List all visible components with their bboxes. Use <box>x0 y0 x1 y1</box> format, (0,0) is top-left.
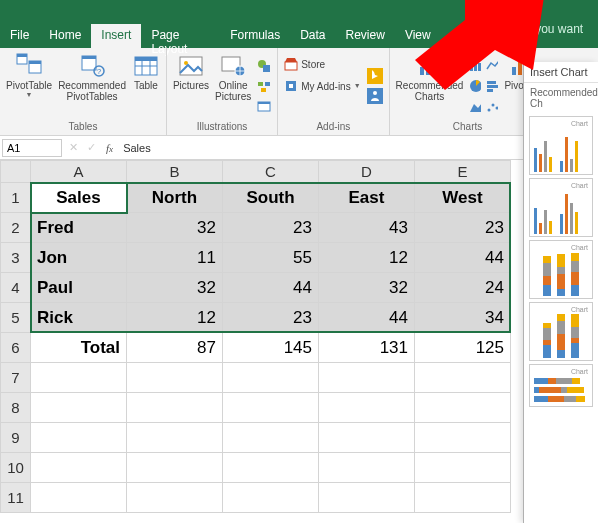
cell-B3[interactable]: 11 <box>127 243 223 273</box>
bing-maps-button[interactable] <box>365 66 385 86</box>
fx-icon[interactable]: fx <box>100 142 119 154</box>
store-button[interactable]: Store <box>282 54 362 74</box>
online-pictures-button[interactable]: Online Pictures <box>213 50 253 121</box>
recommended-charts-button[interactable]: ? Recommended Charts <box>394 50 466 121</box>
row-header-7[interactable]: 7 <box>1 363 31 393</box>
cell-D9[interactable] <box>319 423 415 453</box>
tab-review[interactable]: Review <box>336 24 395 48</box>
cell-A8[interactable] <box>31 393 127 423</box>
table-button[interactable]: Table <box>130 50 162 121</box>
cell-C10[interactable] <box>223 453 319 483</box>
chart-thumb-stacked-column-2[interactable]: Chart <box>529 302 593 361</box>
cell-D4[interactable]: 32 <box>319 273 415 303</box>
cell-D10[interactable] <box>319 453 415 483</box>
pictures-button[interactable]: Pictures <box>171 50 211 121</box>
line-chart-button[interactable] <box>484 55 500 75</box>
chart-thumb-clustered-column-1[interactable]: Chart <box>529 116 593 175</box>
cell-B10[interactable] <box>127 453 223 483</box>
enter-formula-button[interactable]: ✓ <box>82 141 100 154</box>
scatter-chart-button[interactable] <box>484 97 500 117</box>
cell-D6[interactable]: 131 <box>319 333 415 363</box>
cell-E8[interactable] <box>415 393 511 423</box>
cell-D7[interactable] <box>319 363 415 393</box>
grid[interactable]: A B C D E 1 Sales North South East West … <box>0 160 511 513</box>
cell-C1[interactable]: South <box>223 183 319 213</box>
cell-E6[interactable]: 125 <box>415 333 511 363</box>
cell-B4[interactable]: 32 <box>127 273 223 303</box>
cell-D1[interactable]: East <box>319 183 415 213</box>
row-header-8[interactable]: 8 <box>1 393 31 423</box>
cell-B1[interactable]: North <box>127 183 223 213</box>
cell-C3[interactable]: 55 <box>223 243 319 273</box>
chart-thumb-stacked-column[interactable]: Chart <box>529 240 593 299</box>
cell-B5[interactable]: 12 <box>127 303 223 333</box>
cell-A5[interactable]: Rick <box>31 303 127 333</box>
chart-thumb-clustered-column-2[interactable]: Chart <box>529 178 593 237</box>
cell-E9[interactable] <box>415 423 511 453</box>
row-header-10[interactable]: 10 <box>1 453 31 483</box>
col-header-C[interactable]: C <box>223 161 319 183</box>
cell-D11[interactable] <box>319 483 415 513</box>
cell-A4[interactable]: Paul <box>31 273 127 303</box>
worksheet[interactable]: A B C D E 1 Sales North South East West … <box>0 160 598 513</box>
cell-B11[interactable] <box>127 483 223 513</box>
tab-formulas[interactable]: Formulas <box>220 24 290 48</box>
people-graph-button[interactable] <box>365 86 385 106</box>
cell-A9[interactable] <box>31 423 127 453</box>
cell-C7[interactable] <box>223 363 319 393</box>
name-box[interactable]: A1 <box>2 139 62 157</box>
cell-A11[interactable] <box>31 483 127 513</box>
row-header-3[interactable]: 3 <box>1 243 31 273</box>
cell-D2[interactable]: 43 <box>319 213 415 243</box>
cell-B9[interactable] <box>127 423 223 453</box>
tab-data[interactable]: Data <box>290 24 335 48</box>
cell-A10[interactable] <box>31 453 127 483</box>
col-header-B[interactable]: B <box>127 161 223 183</box>
pie-chart-button[interactable] <box>467 76 483 96</box>
cell-E4[interactable]: 24 <box>415 273 511 303</box>
chart-thumb-stacked-bar[interactable]: Chart <box>529 364 593 407</box>
row-header-2[interactable]: 2 <box>1 213 31 243</box>
cell-E10[interactable] <box>415 453 511 483</box>
col-header-A[interactable]: A <box>31 161 127 183</box>
cell-A7[interactable] <box>31 363 127 393</box>
tab-insert[interactable]: Insert <box>91 24 141 48</box>
tab-page-layout[interactable]: Page Layout <box>141 24 220 48</box>
cell-A3[interactable]: Jon <box>31 243 127 273</box>
tab-file[interactable]: File <box>0 24 39 48</box>
cell-C4[interactable]: 44 <box>223 273 319 303</box>
cell-C11[interactable] <box>223 483 319 513</box>
cell-A2[interactable]: Fred <box>31 213 127 243</box>
cell-C8[interactable] <box>223 393 319 423</box>
my-addins-button[interactable]: My Add-ins ▼ <box>282 76 362 96</box>
screenshot-button[interactable] <box>255 96 273 116</box>
pivottable-button[interactable]: PivotTable ▼ <box>4 50 54 121</box>
cell-C5[interactable]: 23 <box>223 303 319 333</box>
cell-E11[interactable] <box>415 483 511 513</box>
cell-D3[interactable]: 12 <box>319 243 415 273</box>
smartart-button[interactable] <box>255 76 273 96</box>
cell-B7[interactable] <box>127 363 223 393</box>
tell-me[interactable]: Tell me what you want to d <box>441 24 598 48</box>
row-header-4[interactable]: 4 <box>1 273 31 303</box>
cell-E7[interactable] <box>415 363 511 393</box>
cell-C9[interactable] <box>223 423 319 453</box>
cell-B2[interactable]: 32 <box>127 213 223 243</box>
row-header-11[interactable]: 11 <box>1 483 31 513</box>
col-header-D[interactable]: D <box>319 161 415 183</box>
cell-C2[interactable]: 23 <box>223 213 319 243</box>
cell-E3[interactable]: 44 <box>415 243 511 273</box>
tab-home[interactable]: Home <box>39 24 91 48</box>
cell-D5[interactable]: 44 <box>319 303 415 333</box>
cell-D8[interactable] <box>319 393 415 423</box>
cell-A1[interactable]: Sales <box>31 183 127 213</box>
area-chart-button[interactable] <box>467 97 483 117</box>
cell-E5[interactable]: 34 <box>415 303 511 333</box>
row-header-5[interactable]: 5 <box>1 303 31 333</box>
tab-view[interactable]: View <box>395 24 441 48</box>
shapes-button[interactable] <box>255 56 273 76</box>
cancel-formula-button[interactable]: ✕ <box>64 141 82 154</box>
cell-B8[interactable] <box>127 393 223 423</box>
select-all-corner[interactable] <box>1 161 31 183</box>
cell-B6[interactable]: 87 <box>127 333 223 363</box>
